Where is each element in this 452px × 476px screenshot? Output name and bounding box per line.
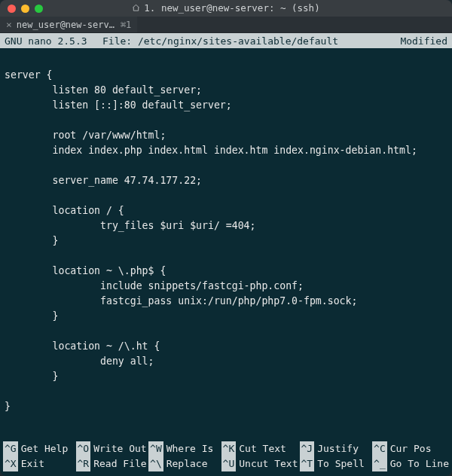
editor-line: server_name 47.74.177.22; — [5, 173, 447, 188]
shortcut-key: ^R — [76, 456, 91, 471]
editor-line: deny all; — [5, 354, 447, 369]
editor-line — [5, 158, 447, 173]
nano-shortcut: ^CCur Pos — [372, 441, 449, 456]
nano-app-label: GNU nano 2.5.3 — [5, 35, 102, 47]
shortcut-label: Exit — [21, 456, 44, 471]
nano-shortcut: ^OWrite Out — [76, 441, 148, 456]
nano-shortcut: ^XExit — [3, 456, 75, 471]
nano-header-bar: GNU nano 2.5.3 File: /etc/nginx/sites-av… — [0, 33, 452, 48]
window-title-text: new_user@new-server: ~ (ssh) — [161, 2, 320, 14]
shortcut-key: ^W — [148, 441, 163, 456]
shortcut-label: Write Out — [93, 441, 146, 456]
nano-shortcut: ^_Go To Line — [372, 456, 449, 471]
home-icon — [132, 3, 140, 14]
editor-line: include snippets/fastcgi-php.conf; — [5, 279, 447, 294]
shortcut-label: Replace — [166, 456, 208, 471]
close-tab-icon[interactable]: × — [6, 20, 12, 29]
shortcut-label: Go To Line — [390, 456, 449, 471]
shortcut-key: ^_ — [372, 456, 387, 471]
shortcut-key: ^G — [3, 441, 18, 456]
shortcut-key: ^O — [76, 441, 91, 456]
shortcut-label: Cur Pos — [390, 441, 432, 456]
shortcut-label: Cut Text — [239, 441, 286, 456]
editor-line: listen [::]:80 default_server; — [5, 98, 447, 113]
tabbar: × new_user@new-serv… ⌘1 — [0, 17, 452, 33]
editor-line: fastcgi_pass unix:/run/php/php7.0-fpm.so… — [5, 294, 447, 309]
shortcut-label: To Spell — [317, 456, 365, 471]
shortcut-key: ^X — [3, 456, 18, 471]
shortcut-key: ^J — [300, 441, 315, 456]
window-title: 1. new_user@new-server: ~ (ssh) — [0, 2, 452, 14]
editor-line: location ~ /\.ht { — [5, 339, 447, 354]
editor-line — [5, 384, 447, 399]
minimize-window-button[interactable] — [21, 5, 29, 13]
nano-shortcut: ^UUncut Text — [221, 456, 298, 471]
shortcut-key: ^U — [221, 456, 237, 471]
shortcut-label: Justify — [317, 441, 359, 456]
terminal-viewport[interactable]: GNU nano 2.5.3 File: /etc/nginx/sites-av… — [0, 33, 452, 476]
shortcut-label: Read File — [93, 456, 146, 471]
editor-line: server { — [5, 68, 447, 83]
editor-line: location ~ \.php$ { — [5, 264, 447, 279]
editor-line: try_files $uri $uri/ =404; — [5, 218, 447, 233]
editor-line — [5, 249, 447, 264]
editor-line: index index.php index.html index.htm ind… — [5, 143, 447, 158]
shortcut-key: ^T — [300, 456, 315, 471]
terminal-window: 1. new_user@new-server: ~ (ssh) × new_us… — [0, 0, 452, 476]
close-window-button[interactable] — [8, 5, 16, 13]
editor-line: } — [5, 369, 447, 384]
editor-line: } — [5, 309, 447, 324]
nano-shortcut: ^JJustify — [300, 441, 371, 456]
editor-blank-row — [0, 426, 452, 441]
editor-line: root /var/www/html; — [5, 128, 447, 143]
titlebar: 1. new_user@new-server: ~ (ssh) — [0, 0, 452, 17]
editor-line: } — [5, 399, 447, 414]
shortcut-key: ^C — [372, 441, 387, 456]
zoom-window-button[interactable] — [35, 5, 43, 13]
nano-shortcut: ^GGet Help — [3, 441, 75, 456]
nano-status-label: Modified — [387, 35, 447, 47]
shortcut-label: Where Is — [166, 441, 214, 456]
editor-line: } — [5, 233, 447, 249]
shortcut-label: Uncut Text — [239, 456, 298, 471]
editor-line — [5, 113, 447, 128]
editor-line — [5, 53, 447, 68]
tab-ssh-session[interactable]: × new_user@new-serv… ⌘1 — [0, 17, 137, 32]
shortcut-label: Get Help — [21, 441, 69, 456]
tab-shortcut: ⌘1 — [121, 20, 131, 30]
editor-line: location / { — [5, 203, 447, 218]
nano-shortcut: ^RRead File — [76, 456, 148, 471]
nano-shortcut-bar: ^GGet Help^OWrite Out^WWhere Is^KCut Tex… — [0, 441, 452, 476]
editor-line: listen 80 default_server; — [5, 83, 447, 98]
shortcut-key: ^K — [221, 441, 237, 456]
nano-editor-content[interactable]: server { listen 80 default_server; liste… — [0, 48, 452, 426]
nano-file-label: File: /etc/nginx/sites-available/default — [102, 35, 387, 47]
shortcut-key: ^\ — [148, 456, 163, 471]
nano-shortcut: ^\Replace — [148, 456, 220, 471]
tab-label: new_user@new-serv… — [17, 20, 115, 30]
nano-shortcut: ^TTo Spell — [300, 456, 371, 471]
nano-shortcut: ^KCut Text — [221, 441, 298, 456]
editor-line — [5, 324, 447, 339]
window-title-prefix: 1. — [144, 2, 155, 14]
nano-shortcut: ^WWhere Is — [148, 441, 220, 456]
traffic-lights — [0, 5, 43, 13]
editor-line — [5, 188, 447, 203]
